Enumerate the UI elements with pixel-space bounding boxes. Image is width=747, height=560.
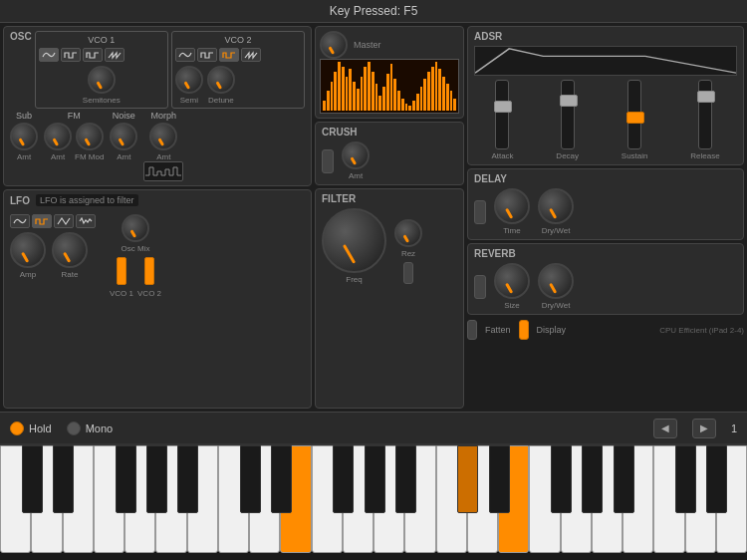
- delay-row: Time Dry/Wet: [474, 188, 737, 235]
- bar-10: [357, 89, 360, 111]
- black-key-0[interactable]: [22, 445, 43, 513]
- vco1-semitones-knob[interactable]: [88, 66, 116, 94]
- release-thumb[interactable]: [697, 91, 715, 103]
- delay-toggle[interactable]: [474, 200, 486, 224]
- black-key-15[interactable]: [675, 445, 696, 513]
- vco1-wave-square[interactable]: [61, 48, 81, 62]
- hold-indicator: [10, 421, 24, 435]
- lfo-vco2-btn[interactable]: [144, 257, 154, 285]
- mono-button[interactable]: Mono: [67, 421, 114, 435]
- lfo-title: LFO: [10, 195, 30, 206]
- hold-button[interactable]: Hold: [10, 421, 52, 435]
- black-key-1[interactable]: [53, 445, 74, 513]
- reverb-toggle[interactable]: [474, 275, 486, 299]
- filter-rez-knob[interactable]: [394, 219, 422, 247]
- lfo-oscmix-knob[interactable]: [122, 214, 149, 242]
- vco2-semi-knob[interactable]: [175, 66, 203, 94]
- lfo-wave-random[interactable]: [76, 214, 96, 228]
- filter-section: FILTER Freq Rez: [315, 188, 464, 409]
- decay-thumb[interactable]: [560, 95, 578, 107]
- next-button[interactable]: ▶: [692, 419, 716, 438]
- fatten-row: Fatten Display CPU Efficient (iPad 2-4): [467, 320, 744, 340]
- fm-mod-label: FM Mod: [75, 152, 104, 161]
- black-key-2[interactable]: [116, 445, 136, 513]
- black-key-5[interactable]: [240, 445, 261, 513]
- reverb-drywet-knob[interactable]: [538, 263, 574, 299]
- black-key-3[interactable]: [146, 445, 167, 513]
- vco2-wave-saw[interactable]: [241, 48, 261, 62]
- vco2-wave-pulse[interactable]: [219, 48, 239, 62]
- filter-freq-knob[interactable]: [322, 208, 386, 273]
- black-key-10[interactable]: [457, 445, 478, 513]
- fm-amt-label: Amt: [51, 152, 65, 161]
- piano-keyboard[interactable]: [0, 443, 747, 553]
- master-knob[interactable]: [320, 31, 348, 59]
- bar-25: [412, 101, 415, 111]
- fm-amt-knob[interactable]: [44, 123, 72, 150]
- black-key-6[interactable]: [271, 445, 292, 513]
- fm-title: FM: [68, 111, 81, 121]
- vco1-wave-sine[interactable]: [39, 48, 59, 62]
- noise-title: Noise: [113, 111, 135, 121]
- bar-22: [401, 99, 404, 111]
- black-key-14[interactable]: [614, 445, 634, 513]
- vco2-detune-knob[interactable]: [207, 66, 235, 94]
- lfo-wave-triangle[interactable]: [54, 214, 74, 228]
- black-key-11[interactable]: [489, 445, 510, 513]
- display-toggle[interactable]: [519, 320, 529, 340]
- fatten-label: Fatten: [485, 325, 511, 335]
- vco1-wave-pulse[interactable]: [83, 48, 103, 62]
- bar-2: [327, 91, 330, 111]
- attack-track[interactable]: [495, 80, 509, 149]
- black-key-4[interactable]: [177, 445, 198, 513]
- filter-freq-label: Freq: [346, 275, 362, 284]
- black-key-7[interactable]: [333, 445, 354, 513]
- black-key-16[interactable]: [706, 445, 727, 513]
- fatten-toggle[interactable]: [467, 320, 477, 340]
- black-key-13[interactable]: [582, 445, 603, 513]
- vco2-wave-sine[interactable]: [175, 48, 195, 62]
- fm-amt-container: Amt: [44, 123, 72, 161]
- fm-block: FM Amt FM Mod: [44, 111, 104, 161]
- reverb-size-knob[interactable]: [494, 263, 530, 299]
- black-key-9[interactable]: [395, 445, 416, 513]
- lfo-vco2-btn-group: VCO 2: [137, 257, 161, 298]
- black-key-12[interactable]: [551, 445, 572, 513]
- right-column: ADSR Attack Decay: [467, 26, 744, 409]
- fm-mod-knob[interactable]: [76, 123, 104, 150]
- vco1-semitones-label: Semitones: [83, 96, 121, 105]
- lfo-vco1-btn[interactable]: [117, 257, 126, 285]
- bar-13: [368, 62, 371, 111]
- release-track[interactable]: [698, 80, 712, 149]
- lfo-rate-container: Rate: [52, 232, 88, 279]
- crush-amt-knob[interactable]: [342, 141, 370, 169]
- lfo-rate-knob[interactable]: [52, 232, 88, 268]
- crush-toggle[interactable]: [322, 149, 334, 173]
- noise-block: Noise Amt: [110, 111, 137, 161]
- lfo-wave-sine[interactable]: [10, 214, 30, 228]
- bar-23: [405, 104, 408, 111]
- sustain-thumb[interactable]: [626, 112, 644, 124]
- vco1-wave-saw[interactable]: [105, 48, 124, 62]
- morph-knob[interactable]: [149, 123, 177, 150]
- lfo-amp-knob[interactable]: [10, 232, 46, 268]
- noise-knob[interactable]: [110, 123, 137, 150]
- vco2-wave-square[interactable]: [197, 48, 217, 62]
- sustain-track[interactable]: [627, 80, 641, 149]
- key-pressed-label: Key Pressed: F5: [330, 4, 418, 18]
- reverb-drywet-label: Dry/Wet: [542, 301, 571, 310]
- bar-15: [375, 84, 378, 111]
- vco1-waveforms: [39, 48, 164, 62]
- lfo-wave-square[interactable]: [32, 214, 52, 228]
- decay-track[interactable]: [561, 80, 575, 149]
- attack-thumb[interactable]: [494, 101, 512, 113]
- delay-drywet-knob[interactable]: [538, 188, 574, 224]
- delay-time-knob[interactable]: [494, 188, 530, 224]
- black-key-8[interactable]: [365, 445, 385, 513]
- prev-button[interactable]: ◀: [653, 419, 677, 438]
- filter-toggle[interactable]: [403, 262, 413, 284]
- decay-slider-container: Decay: [556, 80, 579, 160]
- crush-amt-label: Amt: [349, 171, 363, 180]
- bar-5: [338, 62, 341, 111]
- sub-knob[interactable]: [10, 123, 38, 150]
